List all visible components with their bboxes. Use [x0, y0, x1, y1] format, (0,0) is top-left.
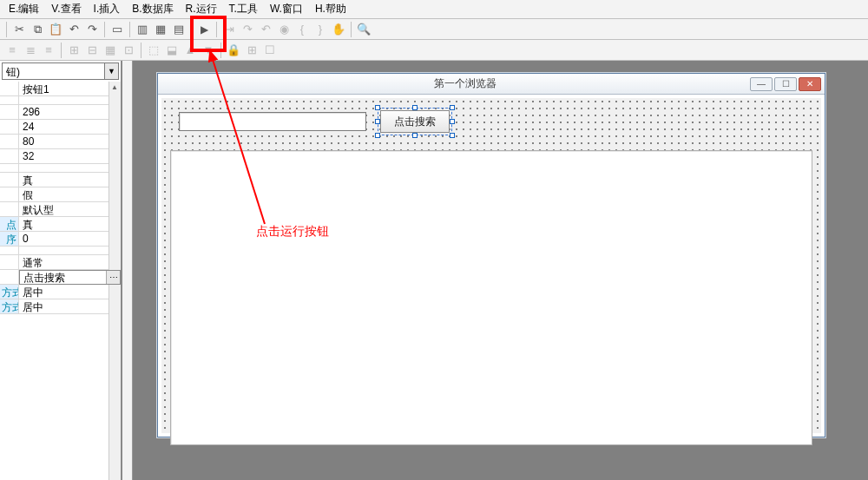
prop-top[interactable]: 24 [19, 120, 121, 134]
prop-caption[interactable]: 点击搜索⋯ [19, 270, 121, 285]
ungroup-icon[interactable]: ⬓ [163, 42, 181, 59]
menu-insert[interactable]: I.插入 [89, 0, 126, 18]
prop-style[interactable]: 默认型 [19, 202, 121, 216]
object-selector[interactable]: 钮) ▼ [2, 62, 119, 80]
prop-name[interactable]: 按钮1 [19, 82, 121, 95]
menu-database[interactable]: B.数据库 [127, 0, 178, 18]
selection-handles [378, 108, 452, 135]
menu-view[interactable]: V.查看 [46, 0, 86, 18]
prop-type[interactable]: 通常 [19, 255, 121, 269]
copy-icon[interactable]: ⧉ [29, 21, 46, 38]
form-title: 第一个浏览器 [181, 76, 750, 91]
toggle-icon[interactable]: ☐ [261, 42, 279, 59]
dist-h-icon[interactable]: ⊞ [65, 42, 82, 59]
window-icon[interactable]: ▭ [108, 21, 126, 38]
step-over-icon[interactable]: ↷ [239, 21, 256, 38]
back-icon[interactable]: ▼ [200, 42, 217, 59]
maximize-icon[interactable]: ☐ [774, 77, 797, 91]
menu-window[interactable]: W.窗口 [265, 0, 308, 18]
menu-tools[interactable]: T.工具 [224, 0, 263, 18]
dist-v-icon[interactable]: ⊟ [83, 42, 101, 59]
redo-icon[interactable]: ↷ [83, 21, 101, 38]
toolbar-main: ✂ ⧉ 📋 ↶ ↷ ▭ ▥ ▦ ▤ ▶ ⇥ ↷ ↶ ◉ { } ✋ 🔍 [0, 19, 868, 40]
form-body[interactable]: 点击搜索 [161, 98, 821, 433]
brace-left-icon[interactable]: { [293, 21, 311, 38]
prop-width[interactable]: 80 [19, 135, 121, 148]
minimize-icon[interactable]: ― [750, 77, 773, 91]
property-panel: 钮) ▼ 按钮1 296 24 80 32 真 假 默认型 点真 序0 通常 点… [0, 61, 122, 480]
undo-icon[interactable]: ↶ [65, 21, 82, 38]
chevron-down-icon[interactable]: ▼ [104, 63, 118, 79]
menu-bar: E.编辑 V.查看 I.插入 B.数据库 R.运行 T.工具 W.窗口 H.帮助 [0, 0, 868, 19]
prop-valign[interactable]: 居中 [19, 299, 121, 313]
layout2-icon[interactable]: ▦ [152, 21, 169, 38]
paste-icon[interactable]: 📋 [47, 21, 64, 38]
group-icon[interactable]: ⬚ [145, 42, 162, 59]
run-button[interactable]: ▶ [195, 21, 213, 38]
menu-run[interactable]: R.运行 [181, 0, 222, 18]
layout3-icon[interactable]: ▤ [170, 21, 187, 38]
snap-icon[interactable]: ⊡ [120, 42, 137, 59]
close-icon[interactable]: ✕ [799, 77, 821, 91]
menu-edit[interactable]: E.编辑 [3, 0, 44, 18]
design-textbox[interactable] [179, 112, 366, 131]
annotation-text: 点击运行按钮 [256, 224, 329, 240]
prop-disabled[interactable]: 假 [19, 187, 121, 201]
gridsnap-icon[interactable]: ⊞ [243, 42, 260, 59]
prop-taborder[interactable]: 0 [19, 232, 121, 246]
front-icon[interactable]: ▲ [181, 42, 199, 59]
breakpoint-icon[interactable]: ◉ [275, 21, 293, 38]
lock-icon[interactable]: 🔒 [225, 42, 242, 59]
ellipsis-button[interactable]: ⋯ [106, 271, 120, 284]
prop-visible[interactable]: 真 [19, 173, 121, 187]
step-icon[interactable]: ⇥ [220, 21, 238, 38]
toolbar-align: ≡ ≣ ≡ ⊞ ⊟ ▦ ⊡ ⬚ ⬓ ▲ ▼ 🔒 ⊞ ☐ [0, 40, 868, 61]
align-left-icon[interactable]: ≡ [3, 42, 21, 59]
layout1-icon[interactable]: ▥ [134, 21, 151, 38]
menu-help[interactable]: H.帮助 [310, 0, 352, 18]
design-surface[interactable]: 第一个浏览器 ― ☐ ✕ 点击搜索 [122, 61, 868, 480]
prop-tabstop[interactable]: 真 [19, 217, 121, 231]
brace-right-icon[interactable]: } [312, 21, 329, 38]
prop-left[interactable]: 296 [19, 105, 121, 119]
hand-icon[interactable]: ✋ [330, 21, 347, 38]
find-icon[interactable]: 🔍 [355, 21, 372, 38]
vertical-ruler [122, 61, 133, 480]
form-title-bar[interactable]: 第一个浏览器 ― ☐ ✕ [158, 74, 825, 95]
align-right-icon[interactable]: ≡ [40, 42, 57, 59]
prop-halign[interactable]: 居中 [19, 285, 121, 299]
step-out-icon[interactable]: ↶ [257, 21, 274, 38]
form-designer-window[interactable]: 第一个浏览器 ― ☐ ✕ 点击搜索 [157, 73, 825, 437]
design-canvas[interactable] [170, 150, 812, 445]
grid-icon[interactable]: ▦ [102, 42, 119, 59]
prop-height[interactable]: 32 [19, 149, 121, 163]
align-center-icon[interactable]: ≣ [22, 42, 39, 59]
property-grid: 按钮1 296 24 80 32 真 假 默认型 点真 序0 通常 点击搜索⋯ … [0, 82, 121, 480]
cut-icon[interactable]: ✂ [10, 21, 28, 38]
